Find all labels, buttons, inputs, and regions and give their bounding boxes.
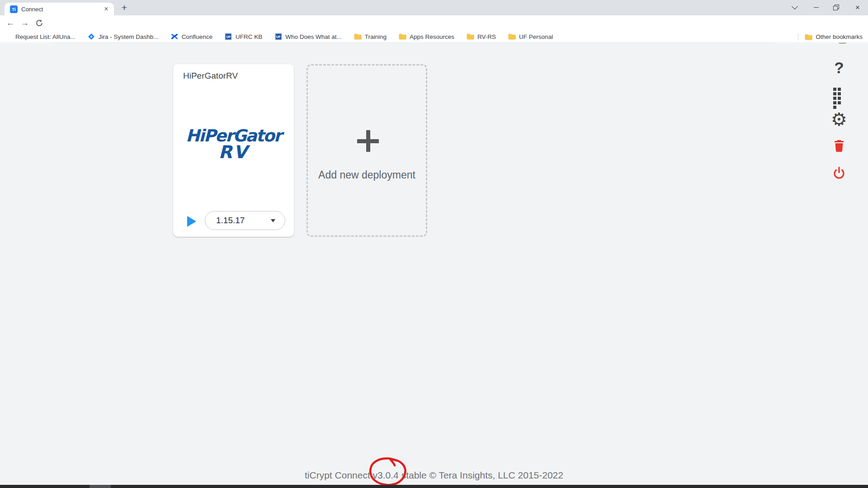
folder-icon: [508, 33, 516, 41]
reload-button[interactable]: [33, 15, 46, 31]
back-button[interactable]: ←: [4, 15, 17, 31]
launch-play-button[interactable]: [187, 216, 196, 227]
bookmark-label: Jira - System Dashb...: [99, 33, 159, 40]
tab-close-icon[interactable]: ×: [102, 5, 110, 13]
bookmarks-bar: Request List: AllUna... Jira - System Da…: [0, 31, 868, 43]
divider: [798, 33, 798, 41]
bookmark-label: Request List: AllUna...: [15, 33, 75, 40]
folder-icon: [399, 33, 406, 41]
bookmark-confluence[interactable]: Confluence: [171, 33, 212, 41]
reload-icon: [35, 19, 43, 27]
taskbar-app-indicator: [90, 485, 111, 488]
chevron-down-icon: [792, 3, 798, 9]
apps-grid-button[interactable]: [833, 88, 845, 109]
confluence-icon: [171, 33, 179, 41]
jira-icon: [88, 33, 95, 41]
bookmark-folder-apps-resources[interactable]: Apps Resources: [399, 33, 454, 41]
restore-button[interactable]: [826, 0, 845, 15]
power-logout-button[interactable]: [830, 166, 848, 180]
browser-tab-connect[interactable]: Ti Connect ×: [5, 3, 114, 15]
forward-button[interactable]: →: [18, 15, 32, 31]
power-icon: [833, 166, 845, 180]
deployment-card-hipergatorrv[interactable]: HiPerGatorRV HiPerGator RV 1.15.17: [173, 64, 294, 237]
bookmark-folder-training[interactable]: Training: [354, 33, 387, 41]
trash-icon: [834, 140, 844, 152]
ticrypt-favicon-icon: Ti: [10, 5, 18, 13]
add-deployment-label: Add new deployment: [308, 169, 426, 181]
minimize-icon: [814, 7, 819, 8]
new-tab-button[interactable]: +: [118, 2, 130, 14]
footer-version-text: tiCrypt Connect v3.0.4 stable © Tera Ins…: [0, 470, 868, 481]
taskbar-edge: [0, 485, 868, 488]
dropdown-caret-icon: [271, 219, 275, 222]
browser-toolbar: ← → i 127.0.0.1:8080/connect ★ J ⋮: [0, 15, 868, 31]
bookmark-label: Confluence: [182, 33, 212, 40]
other-bookmarks-button[interactable]: Other bookmarks: [798, 31, 863, 43]
bookmark-ufrc-kb[interactable]: UF UFRC KB: [225, 33, 262, 41]
folder-icon: [805, 33, 812, 41]
bookmark-label: Training: [365, 33, 387, 40]
restore-icon: [833, 5, 839, 10]
hipergator-rv-logo: HiPerGator RV: [173, 128, 294, 160]
bookmark-label: Who Does What at...: [285, 33, 342, 40]
help-button[interactable]: ?: [830, 59, 848, 77]
folder-icon: [467, 33, 474, 41]
folder-icon: [354, 33, 362, 41]
uf-icon: UF: [274, 33, 282, 41]
other-bookmarks-label: Other bookmarks: [816, 33, 863, 40]
connect-page: HiPerGatorRV HiPerGator RV 1.15.17 Add n…: [0, 43, 868, 485]
version-value: 1.15.17: [216, 216, 245, 225]
tab-strip: Ti Connect × + ×: [0, 0, 868, 15]
close-icon: ×: [855, 4, 860, 11]
bookmark-label: UF Personal: [519, 33, 553, 40]
plus-icon: [357, 130, 379, 152]
tab-search-button[interactable]: [785, 0, 804, 15]
delete-trash-button[interactable]: [830, 140, 848, 152]
version-dropdown[interactable]: 1.15.17: [205, 211, 285, 230]
minimize-button[interactable]: [807, 0, 826, 15]
bookmark-jira[interactable]: Jira - System Dashb...: [88, 33, 159, 41]
bookmark-label: UFRC KB: [236, 33, 262, 40]
bookmark-label: Apps Resources: [410, 33, 454, 40]
bookmark-folder-rv-rs[interactable]: RV-RS: [467, 33, 496, 41]
add-new-deployment-card[interactable]: Add new deployment: [307, 64, 427, 237]
deployment-title: HiPerGatorRV: [183, 71, 238, 81]
uf-icon: UF: [225, 33, 232, 41]
window-close-button[interactable]: ×: [848, 0, 867, 15]
bookmark-folder-uf-personal[interactable]: UF Personal: [508, 33, 553, 41]
bookmark-label: RV-RS: [477, 33, 496, 40]
tab-title: Connect: [21, 6, 102, 13]
settings-gear-button[interactable]: ⚙: [830, 110, 848, 128]
bookmark-who-does-what[interactable]: UF Who Does What at...: [274, 33, 342, 41]
bookmark-request-list[interactable]: Request List: AllUna...: [15, 33, 75, 40]
